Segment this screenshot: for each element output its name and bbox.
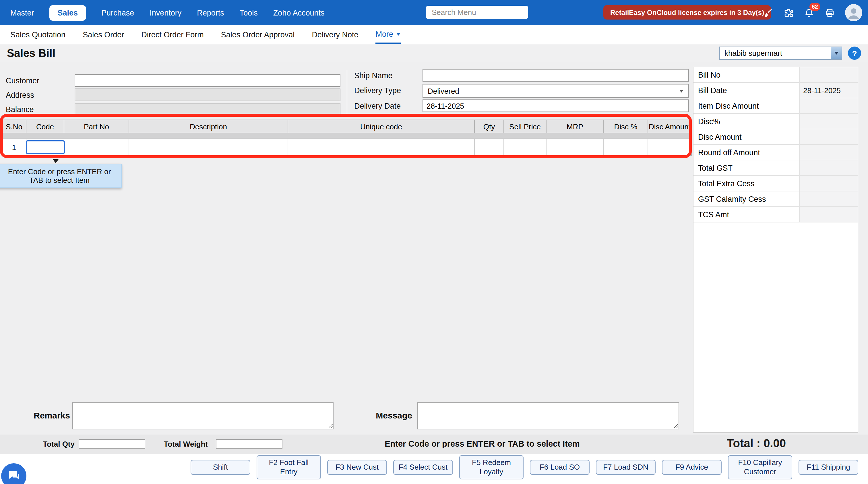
- brush-icon[interactable]: [763, 7, 773, 18]
- item-code-input[interactable]: [26, 140, 65, 154]
- f9-advice-button[interactable]: F9 Advice: [662, 460, 722, 475]
- avatar[interactable]: [845, 4, 862, 21]
- balance-input: [74, 103, 340, 116]
- printer-icon[interactable]: [825, 7, 835, 18]
- cell-unique-code[interactable]: [288, 139, 475, 155]
- tab-direct-order-form[interactable]: Direct Order Form: [141, 25, 204, 44]
- menu-master[interactable]: Master: [10, 8, 34, 17]
- search-input[interactable]: [426, 6, 528, 19]
- f11-shipping-button[interactable]: F11 Shipping: [799, 460, 858, 475]
- f10-capillary-customer-button[interactable]: F10 Capillary Customer: [728, 456, 792, 479]
- bill-summary-panel: Bill No Bill Date 28-11-2025 Item Disc A…: [693, 67, 858, 433]
- items-table: S.No Code Part No Description Unique cod…: [2, 119, 692, 156]
- f4-select-cust-button[interactable]: F4 Select Cust: [393, 460, 453, 475]
- summary-value: [799, 176, 858, 191]
- menu-inventory[interactable]: Inventory: [150, 8, 181, 17]
- summary-row: Item Disc Amount: [693, 98, 858, 114]
- cell-sno: 1: [2, 139, 26, 155]
- balance-label: Balance: [6, 105, 34, 114]
- column-header-sell-price: Sell Price: [504, 120, 547, 133]
- delivery-date-label: Delivery Date: [354, 102, 401, 110]
- summary-value: [799, 114, 858, 129]
- summary-label: Item Disc Amount: [693, 98, 799, 113]
- puzzle-icon[interactable]: [783, 7, 794, 18]
- total-qty-label: Total Qty: [21, 440, 74, 448]
- summary-label: Disc%: [693, 114, 799, 129]
- tab-sales-order-approval[interactable]: Sales Order Approval: [221, 25, 295, 44]
- store-selector-arrow-icon[interactable]: [831, 47, 842, 59]
- cell-disc-percent[interactable]: [604, 139, 648, 155]
- sales-sub-navigation: Sales Quotation Sales Order Direct Order…: [0, 25, 868, 44]
- topbar-icons: 62: [763, 0, 862, 25]
- form-divider: [347, 70, 347, 116]
- column-header-qty: Qty: [475, 120, 504, 133]
- summary-row: Disc Amount: [693, 129, 858, 145]
- message-textarea[interactable]: [417, 402, 679, 429]
- total-weight-label: Total Weight: [145, 440, 208, 448]
- summary-label: Bill Date: [693, 83, 799, 98]
- f2-foot-fall-entry-button[interactable]: F2 Foot Fall Entry: [257, 456, 321, 479]
- delivery-date-input[interactable]: [423, 99, 689, 112]
- menu-reports[interactable]: Reports: [197, 8, 224, 17]
- cell-code[interactable]: [26, 139, 64, 155]
- summary-row: TCS Amt: [693, 207, 858, 223]
- summary-value: [799, 192, 858, 206]
- customer-label: Customer: [6, 77, 39, 85]
- cell-sell-price[interactable]: [504, 139, 547, 155]
- bell-icon[interactable]: 62: [804, 7, 815, 18]
- summary-row: Total Extra Cess: [693, 176, 858, 192]
- f3-new-cust-button[interactable]: F3 New Cust: [327, 460, 387, 475]
- column-header-description: Description: [129, 120, 288, 133]
- license-alert-badge[interactable]: RetailEasy OnCloud license expires in 3 …: [603, 5, 771, 20]
- summary-value: [799, 160, 858, 175]
- remarks-textarea[interactable]: [72, 402, 334, 429]
- delivery-type-label: Delivery Type: [354, 86, 401, 95]
- ship-name-input[interactable]: [423, 69, 689, 82]
- cell-disc-amount[interactable]: [648, 139, 691, 155]
- page-title: Sales Bill: [7, 47, 55, 59]
- chevron-down-icon: [679, 89, 684, 92]
- sales-bill-screen: Master Sales Purchase Inventory Reports …: [0, 0, 868, 484]
- cell-qty[interactable]: [475, 139, 504, 155]
- tab-sales-order[interactable]: Sales Order: [83, 25, 124, 44]
- summary-row: Total GST: [693, 160, 858, 176]
- total-weight-input[interactable]: [216, 439, 282, 449]
- summary-label: GST Calamity Cess: [693, 192, 799, 206]
- menu-tools[interactable]: Tools: [240, 8, 258, 17]
- f7-load-sdn-button[interactable]: F7 Load SDN: [596, 460, 656, 475]
- summary-row: GST Calamity Cess: [693, 192, 858, 207]
- f6-load-so-button[interactable]: F6 Load SO: [530, 460, 590, 475]
- code-entry-hint: Enter Code or press ENTER or TAB to sele…: [321, 439, 643, 448]
- store-selector[interactable]: khabib supermart: [719, 47, 842, 60]
- help-icon[interactable]: ?: [848, 47, 861, 60]
- tab-delivery-note[interactable]: Delivery Note: [312, 25, 358, 44]
- cell-mrp[interactable]: [547, 139, 604, 155]
- table-row: 1: [2, 139, 691, 155]
- menu-zoho-accounts[interactable]: Zoho Accounts: [273, 8, 324, 17]
- tab-more-label: More: [375, 30, 393, 38]
- table-separator-strip: [2, 133, 691, 139]
- title-right-controls: khabib supermart ?: [719, 47, 861, 60]
- tab-sales-quotation[interactable]: Sales Quotation: [10, 25, 65, 44]
- column-header-disc-amount: Disc Amount: [648, 120, 691, 133]
- main-content: Customer Address Balance Ship Name Deliv…: [0, 62, 868, 434]
- shift-button[interactable]: Shift: [191, 460, 250, 475]
- function-key-bar: Shift F2 Foot Fall Entry F3 New Cust F4 …: [0, 454, 868, 481]
- summary-label: Disc Amount: [693, 129, 799, 144]
- summary-label: TCS Amt: [693, 207, 799, 222]
- cell-part-no[interactable]: [64, 139, 129, 155]
- tab-more[interactable]: More: [375, 25, 401, 44]
- f5-redeem-loyalty-button[interactable]: F5 Redeem Loyalty: [459, 456, 524, 479]
- column-header-unique-code: Unique code: [288, 120, 475, 133]
- summary-label: Total Extra Cess: [693, 176, 799, 191]
- delivery-type-select[interactable]: Delivered: [423, 84, 689, 98]
- summary-value: [799, 98, 858, 113]
- cell-description[interactable]: [129, 139, 288, 155]
- code-entry-tooltip: Enter Code or press ENTER or TAB to sele…: [0, 164, 122, 188]
- menu-sales[interactable]: Sales: [50, 5, 86, 21]
- summary-label: Bill No: [693, 67, 799, 82]
- total-qty-input[interactable]: [79, 439, 145, 449]
- chevron-down-icon: [396, 32, 401, 35]
- customer-input[interactable]: [74, 74, 340, 87]
- menu-purchase[interactable]: Purchase: [101, 8, 134, 17]
